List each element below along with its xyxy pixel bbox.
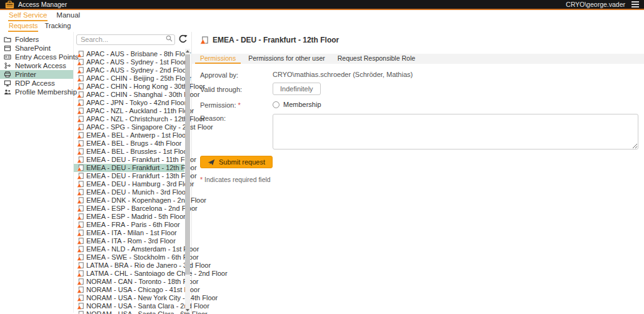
printer-item-icon bbox=[77, 230, 84, 236]
sidebar-item-profile-membership[interactable]: Profile Membership bbox=[0, 88, 73, 96]
printer-list-item[interactable]: EMEA - DNK - Kopenhagen - 2nd Floor bbox=[74, 196, 191, 205]
required-marker: * bbox=[238, 101, 241, 109]
folder-icon bbox=[4, 36, 11, 43]
printer-list-item[interactable]: APAC - NZL - Christchurch - 12th Floor bbox=[74, 115, 191, 123]
printer-list-item[interactable]: EMEA - ESP - Madrid - 5th Floor bbox=[74, 213, 191, 221]
printer-list-item[interactable]: EMEA - BEL - Brugs - 4th Floor bbox=[74, 139, 191, 148]
printer-item-icon bbox=[77, 108, 84, 114]
printer-list-item[interactable]: NORAM - USA - Santa Clara - 6th Floor bbox=[74, 310, 191, 314]
list-scrollbar[interactable] bbox=[185, 49, 190, 313]
printer-item-label: EMEA - ESP - Madrid - 5th Floor bbox=[86, 213, 186, 220]
printer-item-icon bbox=[77, 197, 84, 204]
sidebar-item-label: Network Access bbox=[15, 62, 66, 69]
printer-item-label: APAC - CHIN - Shanghai - 30th Floor bbox=[86, 91, 199, 98]
sidebar-item-label: Printer bbox=[15, 71, 36, 78]
printer-item-label: EMEA - NLD - Amsterdam - 1st Floor bbox=[86, 245, 199, 253]
tab-self-service[interactable]: Self Service bbox=[8, 11, 48, 21]
printer-item-label: EMEA - ESP - Barcelona - 2nd Floor bbox=[86, 205, 198, 212]
printer-list-item[interactable]: EMEA - DEU - Frankfurt - 11th Floor bbox=[74, 156, 191, 164]
tab-tracking[interactable]: Tracking bbox=[44, 21, 71, 32]
printer-list-item[interactable]: NORAM - USA - New York City - 14th Floor bbox=[74, 294, 191, 302]
printer-list-item[interactable]: APAC - JPN - Tokyo - 42nd Floor bbox=[74, 99, 191, 107]
printer-list-item[interactable]: NORAM - USA - Santa Clara - 2nd Floor bbox=[74, 302, 191, 310]
printer-list-item[interactable]: EMEA - BEL - Brussles - 1st Floor bbox=[74, 148, 191, 156]
printer-list-item[interactable]: EMEA - DEU - Munich - 3rd Floor bbox=[74, 188, 191, 196]
secondary-nav: Requests Tracking bbox=[0, 21, 644, 32]
printer-list-item[interactable]: EMEA - FRA - Paris - 6th Floor bbox=[74, 221, 191, 229]
printer-list-panel: APAC - AUS - Brisbane - 8th Floor APAC -… bbox=[74, 32, 192, 313]
printer-item-icon bbox=[77, 246, 84, 253]
printer-list-item[interactable]: EMEA - ITA - Rom - 3rd Floor bbox=[74, 237, 191, 245]
valid-through-button[interactable]: Indefinitely bbox=[273, 83, 321, 95]
tab-permissions[interactable]: Permissions bbox=[195, 54, 241, 64]
printer-list-item[interactable]: NORAM - USA - Chicago - 41st Floor bbox=[74, 286, 191, 294]
hamburger-menu-icon[interactable] bbox=[631, 1, 639, 8]
printer-list-item[interactable]: EMEA - NLD - Amsterdam - 1st Floor bbox=[74, 245, 191, 253]
printer-list-item[interactable]: EMEA - DEU - Hamburg - 3rd Floor bbox=[74, 180, 191, 188]
tab-requests[interactable]: Requests bbox=[8, 21, 38, 32]
refresh-icon[interactable] bbox=[178, 34, 188, 44]
printer-list-item[interactable]: APAC - AUS - Sydney - 1st Floor bbox=[74, 58, 191, 66]
printer-list-item[interactable]: APAC - CHIN - Shanghai - 30th Floor bbox=[74, 91, 191, 99]
tab-permissions-other-user[interactable]: Permissions for other user bbox=[243, 54, 330, 64]
printer-item-label: EMEA - DEU - Frankfurt - 11th Floor bbox=[86, 156, 196, 163]
printer-list-item[interactable]: APAC - NZL - Auckland - 11th Floor bbox=[74, 107, 191, 115]
sidebar-item-network-access[interactable]: Network Access bbox=[0, 61, 73, 70]
printer-list-item[interactable]: APAC - CHIN - Beijing - 25th Floor bbox=[74, 74, 191, 83]
scrollbar-down-arrow-icon[interactable] bbox=[186, 309, 189, 311]
printer-list-item[interactable]: APAC - AUS - Brisbane - 8th Floor bbox=[74, 50, 191, 58]
sidebar-item-folders[interactable]: Folders bbox=[0, 35, 73, 44]
printer-item-icon bbox=[77, 311, 84, 314]
required-field-note: * Indicates required field bbox=[200, 176, 644, 183]
membership-radio[interactable] bbox=[273, 101, 279, 108]
printer-item-icon bbox=[77, 270, 84, 277]
printer-item-label: EMEA - FRA - Paris - 6th Floor bbox=[86, 221, 180, 228]
tab-request-responsible-role[interactable]: Request Responsible Role bbox=[333, 54, 420, 64]
printer-list-item[interactable]: APAC - AUS - Sydney - 2nd Floor bbox=[74, 66, 191, 74]
sidebar-item-printer[interactable]: Printer bbox=[0, 70, 73, 79]
printer-list-item[interactable]: NORAM - CAN - Toronto - 18th Floor bbox=[74, 278, 191, 286]
reason-label: Reason: bbox=[200, 114, 273, 122]
printer-list-item[interactable]: LATMA - CHL - Santoiago de Chile - 2nd F… bbox=[74, 270, 191, 278]
current-user-label: CRYO\george.vader bbox=[566, 1, 625, 8]
printer-item-label: EMEA - ITA - Milan - 1st Floor bbox=[86, 229, 177, 236]
scrollbar-up-arrow-icon[interactable] bbox=[186, 50, 189, 53]
printer-list-item[interactable]: EMEA - ITA - Milan - 1st Floor bbox=[74, 229, 191, 237]
printer-item-icon bbox=[77, 75, 84, 82]
sidebar-item-rdp-access[interactable]: RDP Access bbox=[0, 79, 73, 88]
printer-item-label: APAC - NZL - Auckland - 11th Floor bbox=[86, 107, 194, 114]
printer-item-label: EMEA - BEL - Brussles - 1st Floor bbox=[86, 148, 189, 155]
printer-item-label: EMEA - BEL - Antwerp - 1st Floor bbox=[86, 131, 188, 139]
sidebar-item-entry-access-points[interactable]: Entry Access Points bbox=[0, 53, 73, 61]
printer-list-item[interactable]: EMEA - ESP - Barcelona - 2nd Floor bbox=[74, 205, 191, 213]
printer-list-item[interactable]: EMEA - DEU - Frankfurt - 12th Floor bbox=[74, 164, 184, 172]
submit-request-button[interactable]: Submit request bbox=[200, 156, 273, 168]
printer-item-icon bbox=[77, 213, 84, 220]
printer-list-item[interactable]: LATMA - BRA - Rio de Janero - 3rd Floor bbox=[74, 261, 191, 270]
printer-item-label: NORAM - USA - New York City - 14th Floor bbox=[86, 294, 218, 301]
printer-item-label: APAC - AUS - Sydney - 1st Floor bbox=[86, 58, 186, 66]
approval-by-label: Approval by: bbox=[200, 71, 273, 79]
printer-item-icon bbox=[77, 99, 84, 106]
category-sidebar: Folders SharePoint Entry Access Points N… bbox=[0, 32, 74, 313]
scrollbar-thumb[interactable] bbox=[185, 54, 190, 275]
printer-item-icon bbox=[77, 67, 84, 74]
printer-icon bbox=[4, 71, 11, 78]
printer-list-item[interactable]: EMEA - SWE - Stockholm - 6th Floor bbox=[74, 253, 191, 261]
printer-item-label: NORAM - USA - Chicago - 41st Floor bbox=[86, 286, 200, 293]
printer-item-icon bbox=[77, 254, 84, 261]
tab-manual[interactable]: Manual bbox=[56, 11, 81, 21]
printer-list-item[interactable]: APAC - CHIN - Hong Kong - 30th Floor bbox=[74, 83, 191, 91]
printer-item-icon bbox=[77, 205, 84, 212]
printer-list-item[interactable]: EMEA - BEL - Antwerp - 1st Floor bbox=[74, 131, 191, 139]
printer-item-icon bbox=[77, 156, 84, 163]
reason-textarea[interactable] bbox=[273, 114, 638, 149]
printer-item-label: EMEA - BEL - Brugs - 4th Floor bbox=[86, 139, 181, 147]
sidebar-item-sharepoint[interactable]: SharePoint bbox=[0, 44, 73, 53]
detail-title: EMEA - DEU - Frankfurt - 12th Floor bbox=[213, 36, 339, 44]
printer-list-item[interactable]: EMEA - DEU - Frankfurt - 13th Floor bbox=[74, 172, 191, 180]
printer-item-label: EMEA - DEU - Frankfurt - 13th Floor bbox=[86, 172, 197, 180]
printer-list-item[interactable]: APAC - SPG - Singapore City - 21st Floor bbox=[74, 123, 191, 131]
printer-item-icon bbox=[77, 91, 84, 98]
search-input[interactable] bbox=[76, 34, 175, 45]
